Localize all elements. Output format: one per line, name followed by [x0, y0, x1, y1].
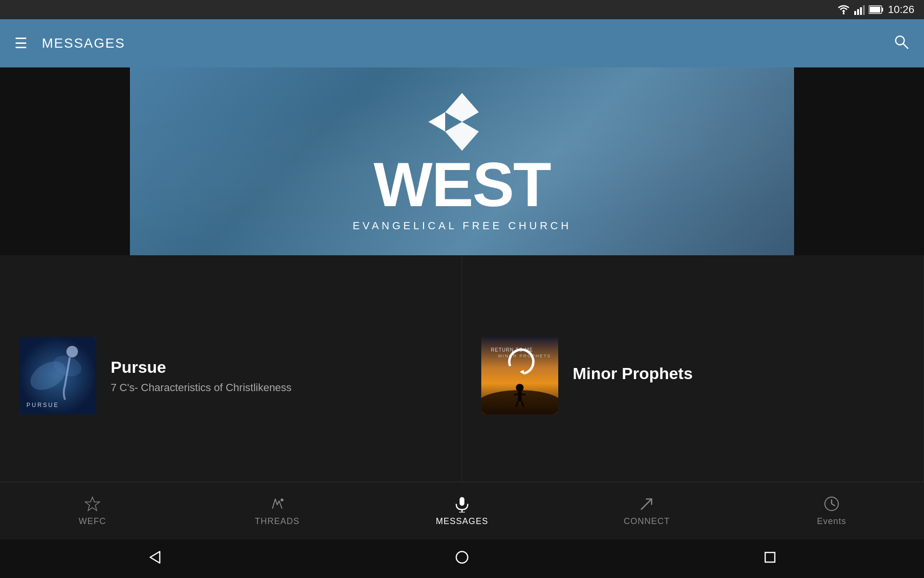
app-bar-title: MESSAGES: [42, 36, 893, 51]
minor-prophets-title: Minor Prophets: [573, 364, 904, 383]
minor-prophets-info: Minor Prophets: [573, 364, 904, 388]
svg-point-32: [281, 499, 283, 501]
pursue-info: Pursue 7 C's- Characteristics of Christl…: [111, 358, 442, 394]
church-subtitle: EVANGELICAL FREE CHURCH: [353, 220, 572, 232]
bottom-nav: WEFC THREADS MESSAGES CONNECT: [0, 482, 924, 539]
return-to-me-art: RETURN TO ME MINOR PROPHETS: [481, 337, 558, 414]
wefc-icon: [84, 495, 101, 512]
svg-rect-42: [765, 552, 775, 562]
svg-point-41: [456, 552, 468, 563]
nav-item-threads[interactable]: THREADS: [229, 490, 325, 531]
svg-line-9: [903, 44, 908, 49]
status-icons: 10:26: [837, 3, 914, 16]
pursue-subtitle: 7 C's- Characteristics of Christlikeness: [111, 381, 442, 394]
status-bar: 10:26: [0, 0, 924, 19]
nav-item-wefc[interactable]: WEFC: [44, 490, 141, 531]
battery-icon: [869, 5, 884, 14]
home-icon: [454, 550, 470, 565]
svg-text:RETURN TO ME: RETURN TO ME: [491, 347, 533, 353]
nav-item-events[interactable]: Events: [783, 490, 880, 531]
hero-banner: WEST EVANGELICAL FREE CHURCH: [130, 67, 794, 255]
content-area: PURSUE Pursue 7 C's- Characteristics of …: [0, 255, 924, 496]
svg-rect-3: [860, 7, 862, 15]
svg-marker-13: [445, 122, 479, 151]
church-logo-icon: [424, 91, 500, 153]
svg-line-25: [514, 394, 518, 395]
svg-point-8: [896, 36, 904, 45]
svg-text:PURSUE: PURSUE: [26, 402, 59, 408]
series-card-minor-prophets[interactable]: RETURN TO ME MINOR PROPHETS Minor Prophe…: [462, 255, 924, 496]
search-button[interactable]: [893, 34, 910, 53]
svg-line-26: [522, 394, 526, 395]
search-icon: [893, 34, 910, 50]
signal-icon: [854, 4, 865, 15]
back-icon: [146, 550, 162, 565]
home-button[interactable]: [425, 545, 499, 573]
menu-button[interactable]: ☰: [14, 36, 27, 51]
minor-prophets-thumbnail: RETURN TO ME MINOR PROPHETS: [481, 337, 558, 414]
system-nav: [0, 539, 924, 578]
nav-item-messages[interactable]: MESSAGES: [414, 490, 510, 531]
svg-line-39: [832, 504, 835, 506]
connect-label: CONNECT: [624, 516, 670, 526]
hamburger-icon: ☰: [14, 35, 27, 51]
svg-marker-14: [428, 112, 445, 131]
svg-marker-40: [150, 552, 160, 563]
svg-rect-4: [863, 5, 865, 15]
pursue-thumbnail: PURSUE: [19, 337, 96, 414]
svg-rect-2: [857, 9, 859, 15]
events-label: Events: [817, 516, 846, 526]
church-logo: WEST EVANGELICAL FREE CHURCH: [353, 91, 572, 232]
svg-rect-24: [518, 392, 522, 401]
events-icon: [823, 495, 840, 512]
svg-marker-10: [445, 93, 479, 122]
recents-button[interactable]: [733, 545, 807, 573]
right-panel: [794, 67, 924, 255]
svg-point-19: [66, 346, 78, 357]
svg-rect-7: [870, 7, 880, 13]
pursue-title: Pursue: [111, 358, 442, 377]
church-name: WEST: [373, 153, 551, 216]
svg-rect-1: [854, 11, 856, 15]
messages-icon: [453, 495, 471, 512]
svg-text:MINOR PROPHETS: MINOR PROPHETS: [498, 354, 551, 358]
svg-rect-6: [882, 8, 883, 12]
left-panel: [0, 67, 130, 255]
wifi-icon: [837, 4, 850, 15]
app-bar: ☰ MESSAGES: [0, 19, 924, 67]
svg-rect-33: [460, 497, 464, 506]
status-time: 10:26: [888, 3, 914, 16]
svg-point-0: [843, 13, 845, 14]
threads-label: THREADS: [255, 516, 299, 526]
pursue-art: PURSUE: [19, 337, 96, 414]
back-button[interactable]: [117, 545, 191, 573]
series-card-pursue[interactable]: PURSUE Pursue 7 C's- Characteristics of …: [0, 255, 462, 496]
recents-icon: [762, 550, 778, 565]
messages-label: MESSAGES: [436, 516, 488, 526]
nav-item-connect[interactable]: CONNECT: [599, 490, 695, 531]
threads-icon: [269, 495, 286, 512]
wefc-label: WEFC: [79, 516, 106, 526]
connect-icon: [638, 495, 655, 512]
svg-point-23: [516, 384, 524, 392]
svg-line-36: [641, 499, 652, 510]
